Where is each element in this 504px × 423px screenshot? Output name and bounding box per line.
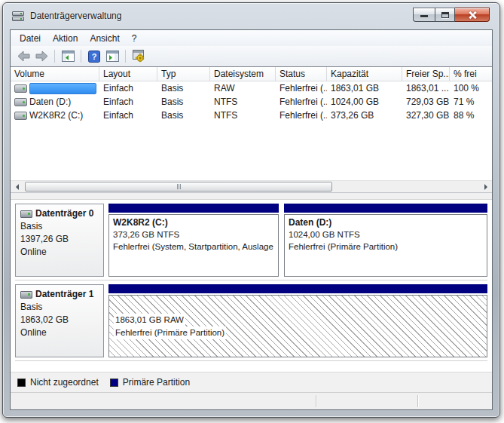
maximize-icon — [441, 12, 449, 18]
selection-highlight — [29, 83, 96, 94]
maximize-button[interactable] — [435, 8, 455, 22]
partition-title: Daten (D:) — [289, 216, 483, 228]
cell-dateisystem: NTFS — [210, 97, 276, 107]
close-button[interactable] — [455, 8, 490, 22]
cell-dateisystem: RAW — [210, 83, 276, 93]
cell-status: Fehlerfrei (... — [276, 110, 327, 121]
disk-type: Basis — [20, 301, 99, 314]
volume-icon — [14, 84, 27, 93]
help-button[interactable]: ? — [86, 48, 102, 65]
volume-icon — [14, 98, 27, 106]
unallocated-color-swatch — [17, 379, 26, 387]
disk-0-row: Datenträger 0 Basis 1397,26 GB Online W2… — [15, 200, 487, 280]
cell-kapazitaet: 1863,01 GB — [327, 83, 402, 93]
disk-gear-icon — [132, 50, 145, 63]
partition-status: Fehlerfrei (Primäre Partition) — [289, 241, 483, 253]
disk-name: Datenträger 1 — [35, 288, 93, 301]
pane-splitter[interactable] — [11, 193, 492, 200]
scroll-left-icon — [16, 184, 19, 190]
partition-d[interactable]: Daten (D:) 1024,00 GB NTFS Fehlerfrei (P… — [284, 204, 487, 277]
cell-typ: Basis — [157, 97, 210, 107]
table-row-selected[interactable]: Einfach Basis RAW Fehlerfrei (... 1863,0… — [11, 81, 492, 95]
menu-ansicht[interactable]: Ansicht — [84, 32, 125, 45]
disk-0-label[interactable]: Datenträger 0 Basis 1397,26 GB Online — [15, 204, 104, 277]
volume-icon — [14, 112, 27, 120]
cell-kapazitaet: 1024,00 GB — [327, 97, 402, 107]
back-arrow-icon — [17, 51, 30, 62]
column-header-kapazitaet[interactable]: Kapazität — [327, 67, 402, 81]
cell-kapazitaet: 373,26 GB — [327, 110, 402, 121]
column-header-dateisystem[interactable]: Dateisystem — [210, 67, 276, 81]
toolbar: ? — [11, 46, 492, 66]
legend-label: Nicht zugeordnet — [30, 377, 99, 388]
cell-freier-speicher: 1863,01 ... — [402, 83, 450, 93]
cell-prozent-frei: 88 % — [450, 110, 492, 121]
column-header-volume[interactable]: Volume — [11, 67, 99, 81]
cell-layout: Einfach — [99, 110, 157, 121]
column-header-layout[interactable]: Layout — [99, 67, 157, 81]
cell-status: Fehlerfrei (... — [276, 83, 327, 93]
disk-icon — [20, 210, 32, 218]
forward-arrow-icon — [35, 51, 48, 62]
window-title: Datenträgerverwaltung — [30, 11, 121, 21]
cell-freier-speicher: 729,03 GB — [402, 97, 450, 107]
svg-text:?: ? — [92, 52, 97, 61]
partition-c[interactable]: W2K8R2 (C:) 373,26 GB NTFS Fehlerfrei (S… — [108, 204, 279, 277]
legend-label: Primäre Partition — [123, 377, 190, 388]
main-panel: Volume Layout Typ Dateisystem Status Kap… — [11, 66, 492, 392]
toolbar-separator — [81, 50, 81, 63]
horizontal-scrollbar[interactable] — [11, 180, 492, 192]
disk-size: 1863,02 GB — [20, 314, 99, 326]
partition-title: W2K8R2 (C:) — [113, 216, 274, 228]
volume-list-rows: Einfach Basis RAW Fehlerfrei (... 1863,0… — [11, 81, 492, 180]
disk-name: Datenträger 0 — [35, 207, 93, 220]
legend-item-primary-partition: Primäre Partition — [110, 377, 190, 388]
cell-freier-speicher: 327,30 GB — [402, 110, 450, 121]
toolbar-separator — [125, 50, 126, 63]
forward-button[interactable] — [33, 48, 50, 65]
partition-color-bar — [108, 284, 487, 293]
show-console-tree-button[interactable] — [60, 48, 76, 65]
titlebar[interactable]: Datenträgerverwaltung — [3, 3, 499, 29]
statusbar-separator — [417, 395, 418, 407]
partition-status: Fehlerfrei (Primäre Partition) — [114, 326, 226, 339]
disk-status: Online — [20, 326, 99, 339]
scrollbar-thumb[interactable] — [25, 182, 332, 192]
scroll-left-button[interactable] — [11, 181, 23, 192]
disk-icon — [20, 291, 32, 299]
menu-datei[interactable]: Datei — [14, 32, 47, 45]
show-action-pane-button[interactable] — [104, 48, 121, 65]
minimize-button[interactable] — [413, 8, 435, 22]
statusbar-separator — [316, 395, 316, 407]
volume-list: Volume Layout Typ Dateisystem Status Kap… — [11, 67, 492, 193]
back-button[interactable] — [15, 48, 32, 65]
disk-1-label[interactable]: Datenträger 1 Basis 1863,02 GB Online — [15, 284, 104, 357]
partition-raw-selected[interactable]: 1863,01 GB RAW Fehlerfrei (Primäre Parti… — [108, 284, 487, 357]
cell-typ: Basis — [157, 110, 210, 121]
column-header-typ[interactable]: Typ — [157, 67, 210, 81]
help-icon: ? — [88, 51, 100, 63]
console-tree-icon — [62, 51, 75, 62]
legend-bar: Nicht zugeordnet Primäre Partition — [11, 372, 492, 392]
table-row[interactable]: W2K8R2 (C:) Einfach Basis NTFS Fehlerfre… — [11, 109, 492, 122]
minimize-icon — [420, 15, 428, 17]
partition-status: Fehlerfrei (System, Startpartition, Ausl… — [113, 241, 274, 253]
partition-color-bar — [284, 204, 487, 213]
status-bar — [11, 392, 492, 409]
volume-list-header: Volume Layout Typ Dateisystem Status Kap… — [11, 67, 492, 81]
disk-type: Basis — [20, 220, 99, 233]
table-row[interactable]: Daten (D:) Einfach Basis NTFS Fehlerfrei… — [11, 95, 492, 109]
menu-aktion[interactable]: Aktion — [47, 32, 84, 45]
partition-hatched-body: 1863,01 GB RAW Fehlerfrei (Primäre Parti… — [108, 295, 487, 357]
scroll-right-button[interactable] — [479, 181, 492, 192]
scrollbar-track[interactable] — [23, 181, 479, 192]
column-header-prozent-frei[interactable]: % frei — [450, 67, 492, 81]
column-header-status[interactable]: Status — [276, 67, 327, 81]
menu-hilfe[interactable]: ? — [126, 32, 143, 45]
disk-management-button[interactable] — [130, 48, 147, 65]
volume-name: Daten (D:) — [29, 97, 71, 107]
column-header-freier-speicher[interactable]: Freier Sp... — [402, 67, 450, 81]
scroll-right-icon — [484, 184, 487, 190]
primary-partition-color-swatch — [110, 379, 118, 387]
disk-management-window: Datenträgerverwaltung Datei Aktion Ansic… — [2, 2, 500, 418]
